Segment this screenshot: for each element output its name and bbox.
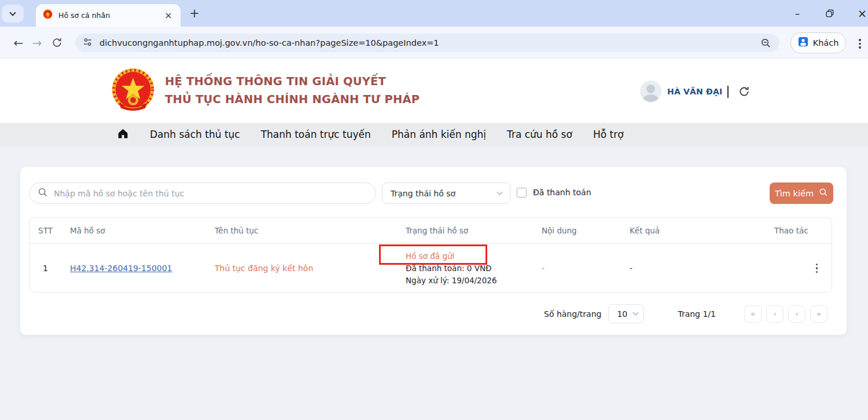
screen: Hồ sơ cá nhân × + – × ← → — [0, 0, 868, 420]
browser-tab[interactable]: Hồ sơ cá nhân × — [36, 4, 181, 27]
avatar[interactable] — [640, 81, 661, 102]
main-nav: Danh sách thủ tục Thanh toán trực tuyến … — [0, 123, 868, 146]
browser-menu-button[interactable] — [859, 39, 861, 49]
site-title-line2: THỦ TỤC HÀNH CHÍNH NGÀNH TƯ PHÁP — [165, 90, 420, 108]
window-restore-button[interactable] — [821, 5, 838, 22]
window-minimize-button[interactable]: – — [789, 5, 806, 22]
record-code-link[interactable]: H42.314-260419-150001 — [70, 264, 172, 273]
browser-toolbar: ← → dichvucongnganhtuphap.moj.gov.vn/ho-… — [0, 27, 868, 59]
paid-checkbox[interactable] — [517, 188, 527, 198]
nav-item-ho-tro[interactable]: Hỗ trợ — [593, 129, 624, 140]
content-card: Trạng thái hồ sơ Đã thanh toán Tìm kiếm … — [20, 167, 847, 335]
search-input[interactable] — [54, 189, 361, 198]
user-name[interactable]: HÀ VĂN ĐẠI — [667, 87, 722, 96]
pagination-buttons: « ‹ › » — [744, 305, 827, 323]
site-settings-icon[interactable] — [83, 37, 93, 49]
next-page-button[interactable]: › — [788, 305, 806, 323]
content-cell: - — [533, 264, 621, 273]
paid-checkbox-label: Đã thanh toán — [533, 188, 591, 197]
process-date-text: Ngày xử lý: 19/04/2026 — [406, 275, 533, 287]
search-field[interactable] — [29, 182, 376, 204]
col-header-trang-thai: Trạng thái hồ sơ — [397, 226, 533, 235]
tab-search-button[interactable] — [2, 5, 24, 23]
page-size-dropdown[interactable]: 10 — [608, 304, 644, 323]
nav-item-thanh-toan-truc-tuyen[interactable]: Thanh toán trực tuyến — [261, 129, 371, 140]
search-button[interactable]: Tìm kiếm — [770, 182, 833, 204]
favicon-vietnam-emblem-icon — [43, 9, 53, 21]
search-button-label: Tìm kiếm — [775, 189, 814, 198]
site-title: HỆ THỐNG THÔNG TIN GIẢI QUYẾT THỦ TỤC HÀ… — [165, 72, 420, 108]
profile-person-icon — [798, 36, 808, 49]
page-indicator: Trang 1/1 — [678, 309, 716, 319]
row-stt: 1 — [30, 264, 61, 273]
nav-item-phan-anh-kien-nghi[interactable]: Phản ánh kiến nghị — [392, 129, 486, 140]
table-header-row: STT Mã hồ sơ Tên thủ tục Trạng thái hồ s… — [30, 218, 832, 244]
home-icon[interactable] — [117, 127, 129, 142]
page-size-value: 10 — [617, 309, 627, 319]
forward-button[interactable]: → — [29, 27, 45, 59]
records-table: STT Mã hồ sơ Tên thủ tục Trạng thái hồ s… — [29, 217, 832, 293]
url-text[interactable]: dichvucongnganhtuphap.moj.gov.vn/ho-so-c… — [100, 38, 439, 48]
user-block: HÀ VĂN ĐẠI — [640, 81, 750, 102]
back-button[interactable]: ← — [10, 27, 27, 59]
chevron-down-icon — [633, 310, 639, 316]
col-header-stt: STT — [30, 226, 61, 235]
tab-title: Hồ sơ cá nhân — [58, 11, 163, 20]
col-header-ma-ho-so: Mã hồ sơ — [61, 226, 206, 235]
col-header-noi-dung: Nội dung — [533, 226, 621, 235]
paid-text: Đã thanh toán: 0 VNĐ — [406, 262, 533, 275]
status-text: Hồ sơ đã gửi — [406, 250, 533, 262]
procedure-name: Thủ tục đăng ký kết hôn — [206, 264, 397, 273]
pagination: Số hàng/trang 10 Trang 1/1 « ‹ › » — [20, 304, 847, 323]
rows-per-page-label: Số hàng/trang — [544, 309, 601, 319]
chevron-down-icon — [497, 189, 503, 195]
last-page-button[interactable]: » — [810, 305, 827, 323]
nav-item-danh-sach-thu-tuc[interactable]: Danh sách thủ tục — [150, 129, 240, 140]
first-page-button[interactable]: « — [744, 305, 762, 323]
col-header-ten-thu-tuc: Tên thủ tục — [206, 226, 397, 235]
browser-tab-strip: Hồ sơ cá nhân × + – × — [0, 0, 868, 27]
new-tab-button[interactable]: + — [186, 5, 203, 21]
reload-button[interactable] — [49, 27, 65, 59]
tab-close-icon[interactable]: × — [163, 10, 174, 21]
address-bar[interactable]: dichvucongnganhtuphap.moj.gov.vn/ho-so-c… — [75, 34, 779, 52]
status-dropdown[interactable]: Trạng thái hồ sơ — [382, 182, 510, 204]
vietnam-emblem-logo — [111, 67, 155, 116]
result-cell: - — [621, 264, 766, 273]
zoom-indicator-icon[interactable] — [760, 38, 771, 51]
site-title-line1: HỆ THỐNG THÔNG TIN GIẢI QUYẾT — [165, 72, 420, 90]
profile-label: Khách — [813, 38, 839, 48]
nav-item-tra-cuu-ho-so[interactable]: Tra cứu hồ sơ — [507, 129, 572, 140]
user-menu-chevron-icon[interactable] — [727, 86, 729, 97]
col-header-ket-qua: Kết quả — [621, 226, 766, 235]
table-row: 1 H42.314-260419-150001 Thủ tục đăng ký … — [30, 244, 832, 293]
row-actions-button[interactable] — [816, 264, 818, 273]
chevron-down-icon — [9, 9, 16, 16]
status-cell: Hồ sơ đã gửi Đã thanh toán: 0 VNĐ Ngày x… — [397, 250, 533, 287]
site-header: HỆ THỐNG THÔNG TIN GIẢI QUYẾT THỦ TỤC HÀ… — [0, 59, 868, 123]
search-icon — [38, 187, 48, 200]
status-dropdown-label: Trạng thái hồ sơ — [391, 189, 498, 198]
previous-page-button[interactable]: ‹ — [766, 305, 784, 323]
window-close-button[interactable]: × — [854, 5, 868, 22]
col-header-thao-tac: Thao tác — [766, 226, 832, 235]
header-reload-icon[interactable] — [738, 86, 750, 97]
browser-profile-button[interactable]: Khách — [790, 32, 846, 53]
search-icon — [819, 188, 828, 199]
